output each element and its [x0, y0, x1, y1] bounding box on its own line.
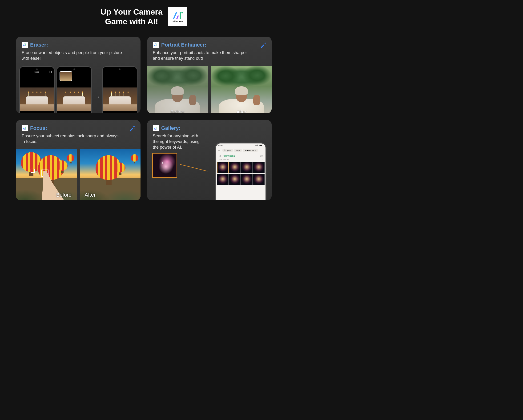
- status-bar: 08:45: [216, 143, 265, 148]
- search-term: Fireworks: [223, 155, 259, 157]
- phone-notch: [74, 68, 75, 70]
- results-label: 904 Results ›: [216, 158, 265, 162]
- focus-compare-row: Before After: [16, 149, 140, 200]
- search-chip-bar: ← g Hai Night Fireworks ✕: [216, 148, 265, 153]
- chip-label: Night: [236, 149, 240, 151]
- search-hint-chip[interactable]: g Hai: [222, 149, 233, 152]
- svg-rect-9: [156, 127, 157, 130]
- gallery-body: 08:45 ← g Hai: [152, 143, 266, 200]
- ai-logo-icon: [172, 11, 184, 20]
- phone-topbar-label: More: [34, 71, 39, 73]
- magic-wand-icon: [259, 41, 266, 48]
- before-label: Before: [170, 109, 184, 113]
- result-thumb[interactable]: [253, 174, 265, 185]
- focus-before: Before: [16, 149, 77, 200]
- search-icon: [219, 155, 221, 157]
- back-icon[interactable]: ←: [22, 71, 25, 73]
- back-icon[interactable]: ←: [218, 149, 221, 152]
- svg-point-4: [265, 44, 266, 45]
- gallery-phone-screen: 08:45 ← g Hai: [216, 143, 265, 200]
- card-eraser: Eraser: Erase unwanted objects and peopl…: [16, 37, 140, 113]
- svg-rect-10: [259, 145, 262, 146]
- card-header: Gallery:: [153, 125, 266, 131]
- eraser-phones-row: ← More →: [19, 66, 137, 113]
- eraser-desc: Erase unwanted objects and people from y…: [22, 50, 123, 61]
- svg-rect-0: [180, 12, 181, 19]
- page-header: Up Your Camera Game with AI! Infinix AI …: [0, 7, 288, 26]
- card-header: Eraser:: [22, 42, 135, 48]
- gallery-title: Gallery:: [161, 125, 180, 131]
- ai-logo-icon: [154, 126, 158, 130]
- ai-logo-icon: [22, 126, 27, 130]
- ai-badge-small: [22, 42, 28, 48]
- result-thumb[interactable]: [229, 162, 241, 173]
- eraser-phone-select: [57, 66, 92, 113]
- selection-thumbnail[interactable]: [59, 71, 72, 81]
- svg-rect-5: [156, 44, 157, 46]
- gallery-phone: 08:45 ← g Hai: [215, 143, 266, 200]
- cake-photo: [103, 87, 137, 111]
- svg-line-14: [221, 156, 221, 157]
- svg-rect-6: [130, 127, 133, 131]
- result-thumb[interactable]: [229, 174, 241, 185]
- title-line2: Game with AI!: [100, 17, 163, 26]
- arrow-right-icon: →: [94, 93, 100, 101]
- callout-line: [180, 164, 208, 171]
- results-text: 904 Results: [219, 159, 229, 161]
- focus-title: Focus:: [30, 125, 47, 131]
- cake-photo: [20, 87, 54, 111]
- eraser-phone-after: [102, 66, 138, 113]
- feature-grid: Eraser: Erase unwanted objects and peopl…: [0, 37, 288, 200]
- focus-box-icon: [31, 169, 35, 173]
- card-header: Portrait Enhancer:: [153, 42, 266, 48]
- eraser-phone-before: ← More: [19, 66, 55, 113]
- phone-notch: [119, 68, 121, 70]
- portrait-compare-row: Before After: [147, 66, 272, 113]
- cake-photo: [57, 87, 91, 111]
- after-label: After: [85, 192, 96, 198]
- portrait-before: Before: [147, 66, 208, 113]
- chevron-right-icon[interactable]: ›: [262, 159, 263, 161]
- status-icons: [255, 144, 263, 147]
- status-time: 08:45: [218, 144, 223, 147]
- portrait-title: Portrait Enhancer:: [161, 42, 206, 48]
- ai-badge-small: [153, 125, 159, 131]
- page-title: Up Your Camera Game with AI!: [100, 7, 163, 26]
- result-thumb[interactable]: [253, 162, 265, 173]
- result-thumb[interactable]: [241, 162, 253, 173]
- card-gallery: Gallery: Search for anything with the ri…: [147, 120, 272, 200]
- svg-point-7: [134, 128, 135, 128]
- ai-logo-icon: [154, 43, 158, 47]
- portrait-after: After: [211, 66, 272, 113]
- settings-square-icon[interactable]: [49, 71, 51, 73]
- chip-label: g Hai: [227, 149, 231, 151]
- svg-point-1: [181, 12, 183, 13]
- phone-notch: [36, 68, 38, 70]
- card-portrait: Portrait Enhancer: Enhance your portrait…: [147, 37, 272, 113]
- firework-callout-thumb: [152, 153, 177, 178]
- chip-close-icon[interactable]: ✕: [254, 149, 256, 151]
- result-thumb[interactable]: [217, 162, 229, 173]
- chip-night[interactable]: Night: [234, 149, 242, 152]
- search-row[interactable]: Fireworks 20: [216, 153, 265, 158]
- ai-badge-subtext: Infinix AI ∞: [172, 20, 183, 23]
- portrait-desc: Enhance your portrait shots to make them…: [153, 50, 254, 61]
- focus-after: After: [80, 149, 141, 200]
- card-focus: Focus: Ensure your subject remains tack …: [16, 120, 140, 200]
- card-header: Focus:: [22, 125, 135, 131]
- svg-rect-8: [25, 127, 26, 130]
- results-grid: [216, 162, 265, 185]
- ai-badge-small: [153, 42, 159, 48]
- chip-fireworks[interactable]: Fireworks ✕: [243, 149, 258, 152]
- signal-battery-icon: [255, 144, 263, 146]
- eraser-title: Eraser:: [30, 42, 48, 48]
- result-thumb[interactable]: [217, 174, 229, 185]
- svg-point-11: [224, 150, 226, 151]
- title-line1: Up Your Camera: [100, 7, 163, 17]
- magic-wand-icon: [128, 125, 135, 132]
- phone-topbar: ← More: [22, 71, 51, 73]
- before-label: Before: [56, 192, 72, 198]
- ai-logo-icon: [22, 43, 27, 47]
- result-thumb[interactable]: [241, 174, 253, 185]
- svg-rect-2: [25, 44, 26, 46]
